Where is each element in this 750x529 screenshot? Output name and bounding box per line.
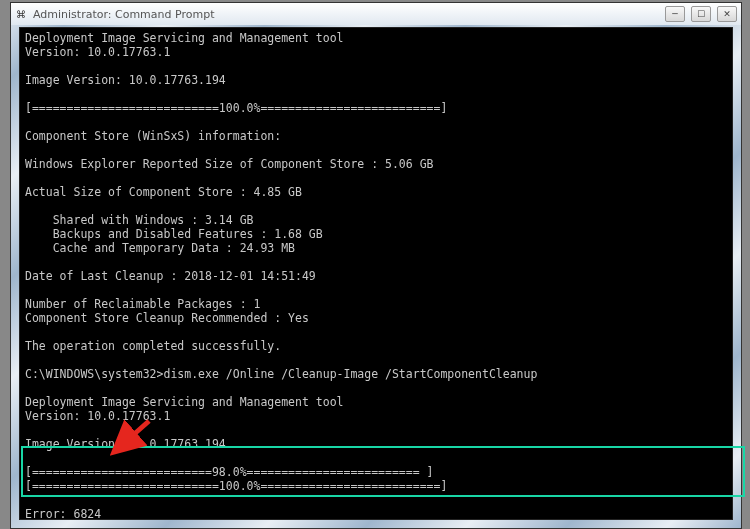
line: C:\WINDOWS\system32>dism.exe /Online /Cl… [25,367,537,381]
line: Cache and Temporary Data : 24.93 MB [25,241,295,255]
console-area[interactable]: Deployment Image Servicing and Managemen… [19,27,733,520]
maximize-button[interactable]: ☐ [691,6,711,22]
line: Windows Explorer Reported Size of Compon… [25,157,434,171]
line: The operation completed successfully. [25,339,281,353]
window-title: Administrator: Command Prompt [33,8,215,21]
console-output: Deployment Image Servicing and Managemen… [25,31,727,520]
line: Version: 10.0.17763.1 [25,409,170,423]
minimize-button[interactable]: ─ [665,6,685,22]
line: Image Version: 10.0.17763.194 [25,73,226,87]
line: Image Version: 10.0.17763.194 [25,437,226,451]
line: [===========================100.0%======… [25,479,447,493]
command-prompt-window: ⌘ Administrator: Command Prompt ─ ☐ ✕ De… [10,2,742,529]
line: Date of Last Cleanup : 2018-12-01 14:51:… [25,269,316,283]
close-button[interactable]: ✕ [717,6,737,22]
line: Deployment Image Servicing and Managemen… [25,395,344,409]
line: Shared with Windows : 3.14 GB [25,213,253,227]
line: [===========================100.0%======… [25,101,447,115]
line: Version: 10.0.17763.1 [25,45,170,59]
line: Actual Size of Component Store : 4.85 GB [25,185,302,199]
cmd-icon: ⌘ [15,8,27,20]
error-line: Error: 6824 [25,507,101,520]
line: Component Store (WinSxS) information: [25,129,281,143]
title-bar[interactable]: ⌘ Administrator: Command Prompt ─ ☐ ✕ [11,3,741,25]
line: Number of Reclaimable Packages : 1 [25,297,260,311]
line: Backups and Disabled Features : 1.68 GB [25,227,323,241]
line: Component Store Cleanup Recommended : Ye… [25,311,309,325]
line: [==========================98.0%========… [25,465,434,479]
line: Deployment Image Servicing and Managemen… [25,31,344,45]
